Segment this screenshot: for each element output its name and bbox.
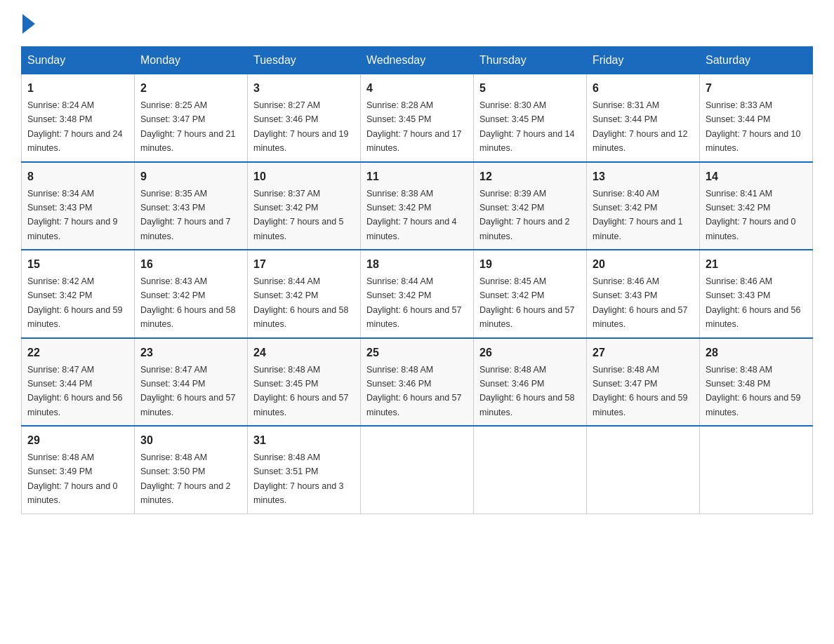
calendar-day-cell: 2 Sunrise: 8:25 AMSunset: 3:47 PMDayligh… xyxy=(135,74,248,162)
calendar-header-row: Sunday Monday Tuesday Wednesday Thursday… xyxy=(22,47,813,74)
calendar-day-cell: 15 Sunrise: 8:42 AMSunset: 3:42 PMDaylig… xyxy=(22,250,135,338)
calendar-day-cell: 23 Sunrise: 8:47 AMSunset: 3:44 PMDaylig… xyxy=(135,338,248,427)
day-info: Sunrise: 8:48 AMSunset: 3:49 PMDaylight:… xyxy=(27,452,118,505)
day-info: Sunrise: 8:24 AMSunset: 3:48 PMDaylight:… xyxy=(27,100,123,153)
day-number: 2 xyxy=(140,80,241,97)
day-info: Sunrise: 8:42 AMSunset: 3:42 PMDaylight:… xyxy=(27,276,123,329)
calendar-week-row: 22 Sunrise: 8:47 AMSunset: 3:44 PMDaylig… xyxy=(22,338,813,427)
calendar-day-cell: 13 Sunrise: 8:40 AMSunset: 3:42 PMDaylig… xyxy=(587,162,700,250)
day-number: 5 xyxy=(479,80,581,97)
day-number: 21 xyxy=(706,256,807,273)
header-tuesday: Tuesday xyxy=(248,47,361,74)
day-info: Sunrise: 8:45 AMSunset: 3:42 PMDaylight:… xyxy=(479,276,575,329)
header-friday: Friday xyxy=(587,47,700,74)
calendar-day-cell: 27 Sunrise: 8:48 AMSunset: 3:47 PMDaylig… xyxy=(587,338,700,427)
calendar-day-cell xyxy=(361,426,474,514)
day-number: 6 xyxy=(593,80,694,97)
day-number: 14 xyxy=(706,168,807,185)
day-info: Sunrise: 8:48 AMSunset: 3:48 PMDaylight:… xyxy=(706,365,801,417)
calendar-day-cell: 26 Sunrise: 8:48 AMSunset: 3:46 PMDaylig… xyxy=(474,338,587,427)
day-info: Sunrise: 8:48 AMSunset: 3:50 PMDaylight:… xyxy=(140,452,231,505)
calendar-day-cell: 29 Sunrise: 8:48 AMSunset: 3:49 PMDaylig… xyxy=(22,426,135,514)
calendar-table: Sunday Monday Tuesday Wednesday Thursday… xyxy=(21,46,813,514)
day-info: Sunrise: 8:25 AMSunset: 3:47 PMDaylight:… xyxy=(140,100,236,153)
day-info: Sunrise: 8:46 AMSunset: 3:43 PMDaylight:… xyxy=(706,276,801,329)
day-number: 17 xyxy=(253,256,355,273)
calendar-day-cell: 10 Sunrise: 8:37 AMSunset: 3:42 PMDaylig… xyxy=(248,162,361,250)
day-number: 26 xyxy=(479,344,581,361)
calendar-day-cell: 22 Sunrise: 8:47 AMSunset: 3:44 PMDaylig… xyxy=(22,338,135,427)
day-info: Sunrise: 8:37 AMSunset: 3:42 PMDaylight:… xyxy=(253,189,344,241)
calendar-day-cell: 30 Sunrise: 8:48 AMSunset: 3:50 PMDaylig… xyxy=(135,426,248,514)
day-info: Sunrise: 8:40 AMSunset: 3:42 PMDaylight:… xyxy=(593,189,683,241)
day-info: Sunrise: 8:27 AMSunset: 3:46 PMDaylight:… xyxy=(253,100,349,153)
day-info: Sunrise: 8:48 AMSunset: 3:46 PMDaylight:… xyxy=(479,365,575,417)
day-number: 10 xyxy=(253,168,355,185)
header-wednesday: Wednesday xyxy=(361,47,474,74)
day-number: 19 xyxy=(479,256,581,273)
day-info: Sunrise: 8:47 AMSunset: 3:44 PMDaylight:… xyxy=(27,365,123,417)
calendar-day-cell: 7 Sunrise: 8:33 AMSunset: 3:44 PMDayligh… xyxy=(700,74,813,162)
day-number: 25 xyxy=(366,344,468,361)
calendar-day-cell: 1 Sunrise: 8:24 AMSunset: 3:48 PMDayligh… xyxy=(22,74,135,162)
day-number: 13 xyxy=(593,168,694,185)
day-number: 31 xyxy=(253,432,355,449)
logo-arrow-icon xyxy=(22,14,35,34)
day-info: Sunrise: 8:43 AMSunset: 3:42 PMDaylight:… xyxy=(140,276,236,329)
day-number: 20 xyxy=(593,256,694,273)
header-sunday: Sunday xyxy=(22,47,135,74)
day-number: 7 xyxy=(706,80,807,97)
day-info: Sunrise: 8:34 AMSunset: 3:43 PMDaylight:… xyxy=(27,189,118,241)
day-number: 18 xyxy=(366,256,468,273)
day-number: 8 xyxy=(27,168,128,185)
day-number: 28 xyxy=(706,344,807,361)
day-info: Sunrise: 8:38 AMSunset: 3:42 PMDaylight:… xyxy=(366,189,457,241)
calendar-day-cell: 18 Sunrise: 8:44 AMSunset: 3:42 PMDaylig… xyxy=(361,250,474,338)
day-info: Sunrise: 8:35 AMSunset: 3:43 PMDaylight:… xyxy=(140,189,231,241)
calendar-day-cell: 11 Sunrise: 8:38 AMSunset: 3:42 PMDaylig… xyxy=(361,162,474,250)
calendar-day-cell xyxy=(474,426,587,514)
calendar-day-cell: 17 Sunrise: 8:44 AMSunset: 3:42 PMDaylig… xyxy=(248,250,361,338)
day-number: 15 xyxy=(27,256,128,273)
calendar-day-cell: 16 Sunrise: 8:43 AMSunset: 3:42 PMDaylig… xyxy=(135,250,248,338)
header-saturday: Saturday xyxy=(700,47,813,74)
calendar-day-cell: 21 Sunrise: 8:46 AMSunset: 3:43 PMDaylig… xyxy=(700,250,813,338)
calendar-day-cell xyxy=(587,426,700,514)
calendar-day-cell: 12 Sunrise: 8:39 AMSunset: 3:42 PMDaylig… xyxy=(474,162,587,250)
calendar-week-row: 15 Sunrise: 8:42 AMSunset: 3:42 PMDaylig… xyxy=(22,250,813,338)
day-info: Sunrise: 8:48 AMSunset: 3:47 PMDaylight:… xyxy=(593,365,688,417)
header-monday: Monday xyxy=(135,47,248,74)
calendar-day-cell: 5 Sunrise: 8:30 AMSunset: 3:45 PMDayligh… xyxy=(474,74,587,162)
calendar-day-cell: 25 Sunrise: 8:48 AMSunset: 3:46 PMDaylig… xyxy=(361,338,474,427)
day-info: Sunrise: 8:31 AMSunset: 3:44 PMDaylight:… xyxy=(593,100,688,153)
calendar-day-cell: 20 Sunrise: 8:46 AMSunset: 3:43 PMDaylig… xyxy=(587,250,700,338)
calendar-day-cell: 28 Sunrise: 8:48 AMSunset: 3:48 PMDaylig… xyxy=(700,338,813,427)
calendar-week-row: 29 Sunrise: 8:48 AMSunset: 3:49 PMDaylig… xyxy=(22,426,813,514)
day-info: Sunrise: 8:48 AMSunset: 3:45 PMDaylight:… xyxy=(253,365,349,417)
day-info: Sunrise: 8:48 AMSunset: 3:46 PMDaylight:… xyxy=(366,365,462,417)
calendar-week-row: 8 Sunrise: 8:34 AMSunset: 3:43 PMDayligh… xyxy=(22,162,813,250)
day-info: Sunrise: 8:44 AMSunset: 3:42 PMDaylight:… xyxy=(366,276,462,329)
logo xyxy=(21,14,37,34)
calendar-day-cell xyxy=(700,426,813,514)
day-info: Sunrise: 8:48 AMSunset: 3:51 PMDaylight:… xyxy=(253,452,344,505)
day-number: 16 xyxy=(140,256,241,273)
day-info: Sunrise: 8:47 AMSunset: 3:44 PMDaylight:… xyxy=(140,365,236,417)
day-number: 12 xyxy=(479,168,581,185)
day-number: 4 xyxy=(366,80,468,97)
calendar-week-row: 1 Sunrise: 8:24 AMSunset: 3:48 PMDayligh… xyxy=(22,74,813,162)
day-info: Sunrise: 8:39 AMSunset: 3:42 PMDaylight:… xyxy=(479,189,570,241)
day-number: 27 xyxy=(593,344,694,361)
calendar-day-cell: 9 Sunrise: 8:35 AMSunset: 3:43 PMDayligh… xyxy=(135,162,248,250)
day-info: Sunrise: 8:33 AMSunset: 3:44 PMDaylight:… xyxy=(706,100,801,153)
day-info: Sunrise: 8:44 AMSunset: 3:42 PMDaylight:… xyxy=(253,276,349,329)
day-number: 11 xyxy=(366,168,468,185)
calendar-day-cell: 31 Sunrise: 8:48 AMSunset: 3:51 PMDaylig… xyxy=(248,426,361,514)
calendar-day-cell: 19 Sunrise: 8:45 AMSunset: 3:42 PMDaylig… xyxy=(474,250,587,338)
calendar-day-cell: 14 Sunrise: 8:41 AMSunset: 3:42 PMDaylig… xyxy=(700,162,813,250)
day-number: 29 xyxy=(27,432,128,449)
header-thursday: Thursday xyxy=(474,47,587,74)
calendar-day-cell: 6 Sunrise: 8:31 AMSunset: 3:44 PMDayligh… xyxy=(587,74,700,162)
day-number: 22 xyxy=(27,344,128,361)
calendar-day-cell: 24 Sunrise: 8:48 AMSunset: 3:45 PMDaylig… xyxy=(248,338,361,427)
